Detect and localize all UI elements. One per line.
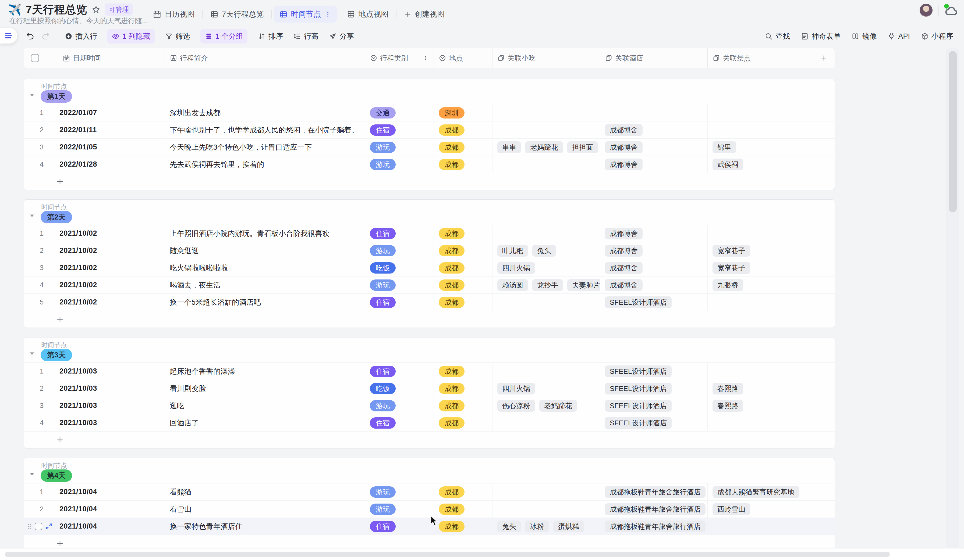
cell-snacks[interactable] bbox=[492, 294, 600, 311]
cell-snacks[interactable]: 串串老妈蹄花担担面 bbox=[492, 139, 600, 156]
cell-desc[interactable]: 先去武侯祠再去锦里，挨着的 bbox=[165, 156, 365, 173]
cell-date[interactable]: 32021/10/02 bbox=[24, 259, 165, 276]
cell-place[interactable]: 成都 bbox=[434, 156, 492, 173]
cell-type[interactable]: 游玩 bbox=[365, 397, 434, 414]
toolbar-search-button[interactable]: 查找 bbox=[765, 29, 790, 44]
cell-scenics[interactable]: 春熙路 bbox=[708, 380, 813, 397]
cell-date[interactable]: 42022/01/28 bbox=[24, 156, 165, 173]
header-cell-2[interactable]: 行程类别 bbox=[365, 48, 434, 68]
column-menu-icon[interactable] bbox=[422, 55, 429, 61]
cell-date[interactable]: 12021/10/04 bbox=[24, 484, 165, 500]
cell-hotels[interactable] bbox=[600, 104, 708, 121]
collapse-caret-icon[interactable] bbox=[29, 213, 35, 219]
view-tab-3[interactable]: 时间节点 bbox=[274, 6, 337, 23]
cell-desc[interactable]: 换一家特色青年酒店住 bbox=[165, 518, 365, 535]
cell-hotels[interactable]: SFEEL设计师酒店 bbox=[600, 414, 708, 431]
cell-desc[interactable]: 看熊猫 bbox=[165, 484, 365, 500]
cell-snacks[interactable] bbox=[492, 122, 600, 138]
cell-snacks[interactable] bbox=[492, 156, 600, 173]
cell-place[interactable]: 成都 bbox=[434, 380, 492, 397]
cell-date[interactable]: 32021/10/03 bbox=[24, 397, 165, 414]
cell-type[interactable]: 游玩 bbox=[365, 501, 434, 518]
cell-extra[interactable] bbox=[813, 484, 835, 500]
star-icon[interactable] bbox=[91, 5, 101, 14]
vertical-scrollbar[interactable] bbox=[946, 49, 959, 548]
header-cell-date[interactable]: 日期时间 bbox=[24, 48, 165, 68]
cell-desc[interactable]: 换一个5米超长浴缸的酒店吧 bbox=[165, 294, 365, 311]
cell-snacks[interactable] bbox=[492, 414, 600, 431]
cell-extra[interactable] bbox=[813, 501, 835, 518]
cell-desc[interactable]: 看雪山 bbox=[165, 501, 365, 518]
cell-hotels[interactable]: 成都博舍 bbox=[600, 156, 708, 173]
header-cell-5[interactable]: 关联酒店 bbox=[600, 48, 708, 68]
cell-snacks[interactable] bbox=[492, 363, 600, 380]
create-view-tab[interactable]: 创建视图 bbox=[399, 6, 450, 23]
add-row-button[interactable] bbox=[24, 173, 835, 190]
cell-type[interactable]: 住宿 bbox=[365, 225, 434, 242]
cell-hotels[interactable]: SFEEL设计师酒店 bbox=[600, 294, 708, 311]
toolbar-mirror-button[interactable]: 镜像 bbox=[851, 29, 876, 44]
cell-extra[interactable] bbox=[813, 276, 835, 294]
cell-scenics[interactable] bbox=[708, 225, 813, 242]
cell-snacks[interactable]: 伤心凉粉老妈蹄花 bbox=[492, 397, 600, 414]
toolbar-rowheight-button[interactable]: 行高 bbox=[293, 29, 318, 44]
cell-scenics[interactable] bbox=[708, 294, 813, 311]
toolbar-layers-button[interactable]: 1 个分组 bbox=[200, 29, 248, 44]
cell-type[interactable]: 游玩 bbox=[365, 484, 434, 500]
cell-snacks[interactable] bbox=[492, 225, 600, 242]
cell-extra[interactable] bbox=[813, 397, 835, 414]
toolbar-send-button[interactable]: 分享 bbox=[329, 29, 354, 44]
cell-snacks[interactable] bbox=[492, 501, 600, 518]
cell-desc[interactable]: 上午照旧酒店小院内游玩。青石板小台阶我很喜欢 bbox=[165, 225, 365, 242]
cell-type[interactable]: 住宿 bbox=[365, 122, 434, 138]
sync-cloud-icon[interactable] bbox=[944, 4, 959, 16]
cell-hotels[interactable]: SFEEL设计师酒店 bbox=[600, 397, 708, 414]
redo-button[interactable] bbox=[41, 31, 50, 41]
collapse-caret-icon[interactable] bbox=[29, 92, 35, 98]
cell-desc[interactable]: 下午啥也别干了，也学学成都人民的悠闲，在小院子躺着。 bbox=[165, 122, 365, 138]
cell-scenics[interactable]: 武侯祠 bbox=[708, 156, 813, 173]
cell-extra[interactable] bbox=[813, 294, 835, 311]
cell-place[interactable]: 成都 bbox=[434, 518, 492, 535]
cell-type[interactable]: 交通 bbox=[365, 104, 434, 121]
add-column-button[interactable] bbox=[813, 48, 835, 68]
cell-desc[interactable]: 回酒店了 bbox=[165, 414, 365, 431]
cell-type[interactable]: 住宿 bbox=[365, 518, 434, 535]
cell-extra[interactable] bbox=[813, 380, 835, 397]
vertical-scrollbar-thumb[interactable] bbox=[949, 51, 957, 212]
cell-date[interactable]: 42021/10/02 bbox=[24, 276, 165, 294]
cell-snacks[interactable]: 四川火锅 bbox=[492, 380, 600, 397]
cell-snacks[interactable] bbox=[492, 484, 600, 500]
expand-record-icon[interactable] bbox=[45, 523, 53, 531]
cell-scenics[interactable]: 西岭雪山 bbox=[708, 501, 813, 518]
cell-hotels[interactable]: 成都博舍 bbox=[600, 259, 708, 276]
cell-place[interactable]: 成都 bbox=[434, 294, 492, 311]
toolbar-cube-button[interactable]: 小程序 bbox=[921, 29, 953, 44]
cell-desc[interactable]: 喝酒去，夜生活 bbox=[165, 276, 365, 294]
expand-sidebar-button[interactable] bbox=[0, 28, 17, 44]
group-day-badge[interactable]: 第2天 bbox=[41, 211, 72, 223]
cell-type[interactable]: 游玩 bbox=[365, 139, 434, 156]
horizontal-scrollbar[interactable] bbox=[0, 548, 964, 560]
group-day-badge[interactable]: 第3天 bbox=[41, 349, 72, 361]
cell-place[interactable]: 成都 bbox=[434, 414, 492, 431]
cell-desc[interactable]: 随意逛逛 bbox=[165, 242, 365, 259]
cell-scenics[interactable]: 宽窄巷子 bbox=[708, 242, 813, 259]
cell-desc[interactable]: 今天晚上先吃3个特色小吃，让胃口适应一下 bbox=[165, 139, 365, 156]
cell-date[interactable]: 22021/10/04 bbox=[24, 501, 165, 518]
cell-hotels[interactable]: SFEEL设计师酒店 bbox=[600, 363, 708, 380]
cell-extra[interactable] bbox=[813, 363, 835, 380]
cell-snacks[interactable]: 叶儿粑兔头 bbox=[492, 242, 600, 259]
cell-scenics[interactable] bbox=[708, 414, 813, 431]
group-day-badge[interactable]: 第4天 bbox=[41, 469, 72, 482]
cell-date[interactable]: 22021/10/02 bbox=[24, 242, 165, 259]
view-tab-2[interactable]: 7天行程总览 bbox=[205, 6, 269, 23]
cell-scenics[interactable]: 锦里 bbox=[708, 139, 813, 156]
cell-extra[interactable] bbox=[813, 104, 835, 121]
header-cell-1[interactable]: 行程简介 bbox=[165, 48, 365, 68]
cell-desc[interactable]: 深圳出发去成都 bbox=[165, 104, 365, 121]
cell-date[interactable]: 22021/10/03 bbox=[24, 380, 165, 397]
cell-date[interactable]: 52021/10/02 bbox=[24, 294, 165, 311]
cell-type[interactable]: 住宿 bbox=[365, 363, 434, 380]
cell-type[interactable]: 游玩 bbox=[365, 156, 434, 173]
